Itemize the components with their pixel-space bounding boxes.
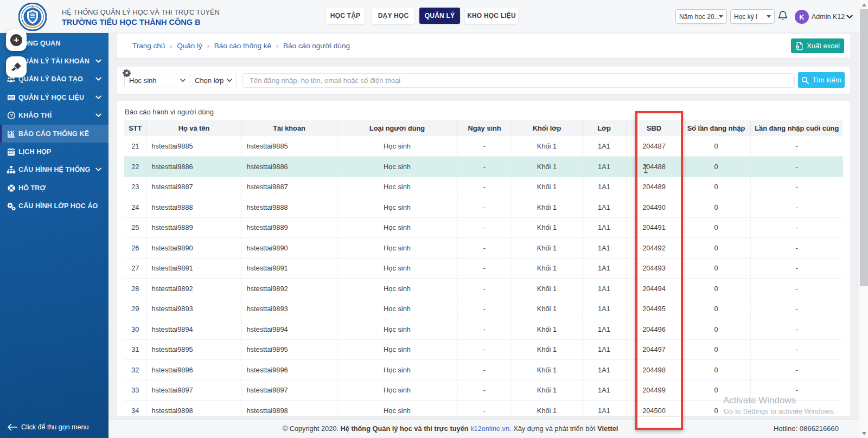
table-row[interactable]: 24hstesttai9888hstesttai9888Học sinh-Khố… xyxy=(124,197,843,218)
cell: hstesttai9894 xyxy=(241,319,337,340)
nav-tab-3[interactable]: QUẢN LÝ xyxy=(419,8,460,24)
table-row[interactable]: 25hstesttai9889hstesttai9889Học sinh-Khố… xyxy=(124,217,843,238)
cell: 0 xyxy=(682,258,750,279)
cell: Học sinh xyxy=(337,279,457,299)
nav-tab-2[interactable]: DẠY HỌC xyxy=(372,8,414,24)
sidebar-item-8[interactable]: CẤU HÌNH HỆ THỐNG xyxy=(0,161,108,179)
cell: - xyxy=(457,279,512,299)
table-row[interactable]: 31hstesttai9895hstesttai9895Học sinh-Khố… xyxy=(124,339,843,360)
scrollbar-down-arrow-icon[interactable] xyxy=(859,429,868,438)
table-row[interactable]: 29hstesttai9893hstesttai9893Học sinh-Khố… xyxy=(124,299,843,319)
cell: Học sinh xyxy=(337,238,457,259)
arrow-left-icon xyxy=(7,423,17,431)
hotline-text: Hotline: 0866216660 xyxy=(774,424,839,433)
cell: 26 xyxy=(124,238,146,259)
table-row[interactable]: 21hstesttai9885hstesttai9885Học sinh-Khố… xyxy=(124,136,843,157)
school-name: TRƯỜNG TIỂU HỌC THÀNH CÔNG B xyxy=(62,18,201,27)
table-row[interactable]: 28hstesttai9892hstesttai9892Học sinh-Khố… xyxy=(124,279,843,299)
cell: 28 xyxy=(124,279,146,299)
table-row[interactable]: 22hstesttai9886hstesttai9886Học sinh-Khố… xyxy=(124,157,843,177)
cell: 22 xyxy=(124,157,146,177)
cell: 1A1 xyxy=(582,319,626,340)
window-scrollbar[interactable] xyxy=(859,0,868,438)
table-row[interactable]: 30hstesttai9894hstesttai9894Học sinh-Khố… xyxy=(124,319,843,340)
theme-brush-button[interactable] xyxy=(6,56,27,78)
sidebar-item-6[interactable]: BÁO CÁO THỐNG KÊ xyxy=(0,125,108,143)
question-circle-icon: ? xyxy=(7,111,16,120)
cell: - xyxy=(750,258,843,279)
sidebar-item-7[interactable]: LỊCH HỌP xyxy=(0,143,108,160)
cell: - xyxy=(457,197,512,218)
nav-tab-1[interactable]: HỌC TẬP xyxy=(326,8,365,24)
scrollbar-up-arrow-icon[interactable] xyxy=(859,0,868,9)
user-type-select[interactable]: Học sinh xyxy=(125,74,190,87)
add-floating-button[interactable]: + xyxy=(6,29,27,51)
cell: Khối 1 xyxy=(512,157,582,177)
breadcrumb-panel: Trang chủ›Quản lý›Báo cáo thống kê›Báo c… xyxy=(117,34,850,58)
school-year-value: Năm học 20... xyxy=(679,13,719,21)
cell: 0 xyxy=(682,217,750,238)
export-excel-label: Xuất excel xyxy=(807,42,840,50)
breadcrumb-item-4[interactable]: Báo cáo người dùng xyxy=(283,42,350,50)
search-input[interactable] xyxy=(242,73,795,88)
report-panel: Báo cáo hành vi người dùng STTHọ và tênT… xyxy=(117,101,850,416)
copyright-system-name: Hệ thống Quản lý học và thi trực tuyến xyxy=(341,424,469,433)
cell: Khối 1 xyxy=(512,319,582,340)
notification-bell-icon[interactable] xyxy=(777,10,788,22)
table-row[interactable]: 32hstesttai9896hstesttai9896Học sinh-Khố… xyxy=(124,360,843,381)
sidebar-item-label: CẤU HÌNH LỚP HỌC ẢO xyxy=(18,202,98,210)
table-row[interactable]: 33hstesttai9897hstesttai9897Học sinh-Khố… xyxy=(124,380,843,401)
cell: hstesttai9898 xyxy=(241,401,337,417)
cell: hstesttai9888 xyxy=(146,197,241,218)
scrollbar-thumb[interactable] xyxy=(860,9,868,286)
class-select[interactable]: Chọn lớp xyxy=(190,74,237,87)
cell: - xyxy=(457,177,512,197)
cell: Khối 1 xyxy=(512,279,582,299)
user-avatar[interactable]: K xyxy=(795,10,809,24)
breadcrumb-item-1[interactable]: Trang chủ xyxy=(132,42,165,50)
cell: - xyxy=(457,299,512,319)
collapse-menu-button[interactable]: Click để thu gọn menu xyxy=(0,421,108,434)
nav-tab-4[interactable]: KHO HỌC LIỆU xyxy=(465,8,518,24)
cell: hstesttai9897 xyxy=(241,380,337,401)
cell: Khối 1 xyxy=(512,177,582,197)
column-header: Lần đăng nhập cuối cùng xyxy=(750,120,843,136)
cell: hstesttai9891 xyxy=(241,258,337,279)
cell: 0 xyxy=(682,177,750,197)
chevron-down-icon xyxy=(95,77,101,81)
table-row[interactable]: 26hstesttai9890hstesttai9890Học sinh-Khố… xyxy=(124,238,843,259)
cell: Khối 1 xyxy=(512,380,582,401)
column-header: Lớp xyxy=(582,120,626,136)
search-button[interactable]: Tìm kiếm xyxy=(798,72,845,88)
card-icon xyxy=(7,93,16,102)
select-caret-icon xyxy=(719,15,723,18)
table-row[interactable]: 27hstesttai9891hstesttai9891Học sinh-Khố… xyxy=(124,258,843,279)
cell: hstesttai9885 xyxy=(241,136,337,157)
cell: 0 xyxy=(682,136,750,157)
school-year-select[interactable]: Năm học 20... xyxy=(675,9,727,24)
cell: - xyxy=(750,177,843,197)
table-row[interactable]: 23hstesttai9887hstesttai9887Học sinh-Khố… xyxy=(124,177,843,197)
sidebar-item-4[interactable]: QUẢN LÝ HỌC LIỆU xyxy=(0,88,108,106)
semester-select[interactable]: Học kỳ I xyxy=(730,9,775,24)
user-menu-chevron-icon[interactable] xyxy=(846,14,853,20)
breadcrumb-item-3[interactable]: Báo cáo thống kê xyxy=(214,42,271,50)
cell: Học sinh xyxy=(337,360,457,381)
chevron-down-icon xyxy=(95,168,101,172)
breadcrumb-item-2[interactable]: Quản lý xyxy=(177,42,202,50)
table-row[interactable]: 34hstesttai9898hstesttai9898Học sinh-Khố… xyxy=(124,401,843,417)
export-excel-button[interactable]: Xuất excel xyxy=(791,38,844,53)
cell: hstesttai9886 xyxy=(241,157,337,177)
cell: - xyxy=(457,258,512,279)
table-body: 21hstesttai9885hstesttai9885Học sinh-Khố… xyxy=(124,136,843,416)
cell: - xyxy=(750,299,843,319)
k12online-link[interactable]: k12online.vn xyxy=(470,424,509,433)
user-name[interactable]: Admin K12 xyxy=(812,13,845,21)
sidebar-item-5[interactable]: ?KHẢO THÍ xyxy=(0,107,108,125)
sidebar-item-9[interactable]: HỖ TRỢ xyxy=(0,179,108,197)
cell: - xyxy=(457,136,512,157)
filter-settings-gear-icon[interactable] xyxy=(123,69,131,77)
sidebar-item-10[interactable]: CẤU HÌNH LỚP HỌC ẢO xyxy=(0,197,108,215)
cell: 0 xyxy=(682,339,750,360)
sidebar: TỔNG QUANQUẢN LÝ TÀI KHOẢNQUẢN LÝ ĐÀO TẠ… xyxy=(0,33,108,438)
